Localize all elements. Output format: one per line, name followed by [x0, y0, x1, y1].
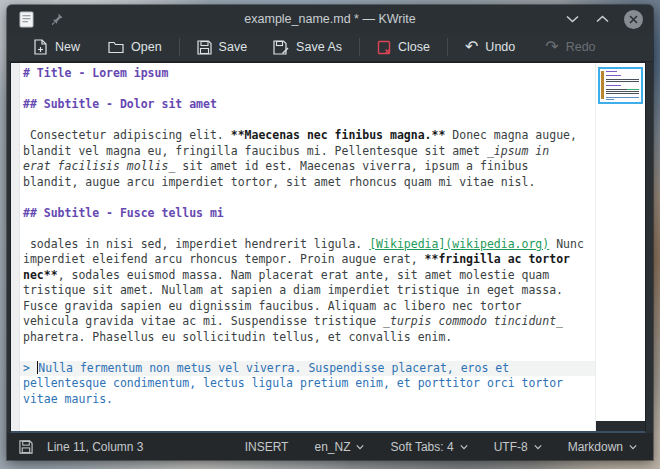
document-new-icon — [33, 39, 48, 55]
save-button-label: Save — [219, 40, 248, 54]
open-button[interactable]: Open — [100, 37, 170, 57]
kwrite-window: example_name.md * — KWrite — [7, 5, 653, 460]
editor-line[interactable] — [20, 345, 595, 361]
minimap-line — [606, 99, 639, 100]
save-as-button[interactable]: Save As — [265, 37, 350, 58]
tab-settings-selector[interactable]: Soft Tabs: 4 — [390, 440, 467, 454]
text-segment: , sodales euismod massa. Nam placerat er… — [58, 268, 550, 282]
editor-line[interactable] — [20, 221, 595, 237]
encoding-label: UTF-8 — [494, 440, 528, 454]
save-icon — [197, 40, 212, 55]
scrollbar-minimap-track[interactable] — [595, 63, 645, 431]
tab-settings-label: Soft Tabs: 4 — [390, 440, 453, 454]
undo-button[interactable]: ↶ Undo — [457, 37, 523, 57]
editor-line[interactable]: Consectetur adipiscing elit. **Maecenas … — [20, 128, 595, 144]
text-area[interactable]: # Title - Lorem ipsum## Subtitle - Dolor… — [20, 63, 595, 431]
text-segment: pellentesque condimentum, lectus ligula … — [23, 376, 563, 390]
close-document-icon — [377, 40, 391, 55]
editor-line[interactable]: imperdiet eleifend arcu rhoncus tempor. … — [20, 252, 595, 268]
text-segment: [Wikipedia](wikipedia.org) — [369, 237, 549, 251]
minimize-button[interactable] — [564, 11, 580, 27]
text-segment: erat facilisis mollis_ — [23, 159, 175, 173]
new-button[interactable]: New — [25, 36, 88, 58]
editor-line[interactable]: ## Subtitle - Fusce tellus mi — [20, 206, 595, 222]
text-segment: Fusce gravida sapien eu dignissim faucib… — [23, 299, 522, 313]
editor-line[interactable] — [20, 190, 595, 206]
redo-button-label: Redo — [566, 40, 596, 54]
editor-line[interactable]: sodales in nisi sed, imperdiet hendrerit… — [20, 237, 595, 253]
document-icon — [19, 11, 34, 28]
text-segment: Donec magna augue, — [445, 128, 577, 142]
editor-line[interactable]: nec**, sodales euismod massa. Nam placer… — [20, 268, 595, 284]
redo-icon: ↷ — [545, 40, 558, 54]
editor-line[interactable]: tristique sit amet. Nullam at sapien a d… — [20, 283, 595, 299]
editor-lines: # Title - Lorem ipsum## Subtitle - Dolor… — [20, 66, 595, 407]
close-window-button[interactable] — [624, 10, 643, 29]
statusbar: Line 11, Column 3 INSERT en_NZ Soft Tabs… — [7, 433, 653, 460]
input-mode[interactable]: INSERT — [245, 440, 289, 454]
text-segment: ## Subtitle - Fusce tellus mi — [23, 206, 224, 220]
text-segment: Nulla fermentum non metus vel viverra. S… — [38, 361, 509, 375]
text-segment: Consectetur adipiscing elit. — [23, 128, 231, 142]
undo-icon: ↶ — [465, 40, 478, 54]
text-segment: _ipsum in — [487, 144, 549, 158]
editor-line[interactable]: blandit vel magna eu, fringilla faucibus… — [20, 144, 595, 160]
editor-line[interactable]: ## Subtitle - Dolor sit amet — [20, 97, 595, 113]
save-as-icon — [273, 40, 289, 55]
dictionary-label: en_NZ — [314, 440, 350, 454]
minimap-rows — [606, 71, 639, 100]
text-segment: ## Subtitle - Dolor sit amet — [23, 97, 217, 111]
window-title: example_name.md * — KWrite — [7, 12, 653, 26]
icon-border-gutter[interactable] — [11, 63, 20, 431]
editor-line[interactable]: erat facilisis mollis_ sit amet id est. … — [20, 159, 595, 175]
cursor-position[interactable]: Line 11, Column 3 — [47, 440, 144, 454]
undo-button-label: Undo — [485, 40, 515, 54]
editor-line[interactable]: vehicula gravida vitae ac mi. Suspendiss… — [20, 314, 595, 330]
chevron-down-icon — [534, 443, 542, 451]
editor-line[interactable]: vitae mauris. — [20, 392, 595, 408]
text-segment: blandit vel magna eu, fringilla faucibus… — [23, 144, 487, 158]
save-as-button-label: Save As — [296, 40, 342, 54]
encoding-selector[interactable]: UTF-8 — [494, 440, 542, 454]
text-segment: pharetra. Phasellus eu sollicitudin tell… — [23, 330, 452, 344]
text-segment: **Maecenas nec finibus magna.** — [231, 128, 446, 142]
close-document-button-label: Close — [398, 40, 430, 54]
scrollbar-bottom-corner — [596, 421, 645, 431]
editor-line[interactable]: # Title - Lorem ipsum — [20, 66, 595, 82]
filetype-selector[interactable]: Markdown — [568, 440, 637, 454]
minimap-line — [606, 93, 639, 94]
chevron-down-icon — [629, 443, 637, 451]
chevron-down-icon — [356, 443, 364, 451]
minimap-visible-region[interactable] — [598, 67, 643, 104]
redo-button[interactable]: ↷ Redo — [537, 37, 603, 57]
dictionary-selector[interactable]: en_NZ — [314, 440, 364, 454]
open-button-label: Open — [131, 40, 162, 54]
editor-line[interactable] — [20, 113, 595, 129]
save-button[interactable]: Save — [189, 37, 256, 58]
editor-line[interactable]: pharetra. Phasellus eu sollicitudin tell… — [20, 330, 595, 346]
modified-lines-marker — [601, 71, 604, 99]
editor-line[interactable] — [20, 82, 595, 98]
folder-open-icon — [108, 40, 124, 54]
text-segment: vehicula gravida vitae ac mi. Suspendiss… — [23, 314, 383, 328]
text-segment: blandit, augue arcu imperdiet tortor, si… — [23, 175, 535, 189]
titlebar[interactable]: example_name.md * — KWrite — [7, 5, 653, 33]
text-segment: sodales in nisi sed, imperdiet hendrerit… — [23, 237, 369, 251]
editor-line[interactable]: blandit, augue arcu imperdiet tortor, si… — [20, 175, 595, 191]
toolbar-separator — [447, 38, 448, 56]
new-button-label: New — [55, 40, 80, 54]
editor-line[interactable]: pellentesque condimentum, lectus ligula … — [20, 376, 595, 392]
close-document-button[interactable]: Close — [369, 37, 438, 58]
filetype-label: Markdown — [568, 440, 623, 454]
editor-line[interactable]: Fusce gravida sapien eu dignissim faucib… — [20, 299, 595, 315]
minimap-line — [606, 81, 639, 82]
pin-icon[interactable] — [50, 12, 64, 26]
text-segment: tristique sit amet. Nullam at sapien a d… — [23, 283, 563, 297]
text-segment: imperdiet eleifend arcu rhoncus tempor. … — [23, 252, 425, 266]
save-status-icon[interactable] — [19, 440, 33, 454]
chevron-down-icon — [460, 443, 468, 451]
maximize-button[interactable] — [594, 11, 610, 27]
text-segment: sit amet id est. Maecenas viverra, ipsum… — [175, 159, 528, 173]
editor-line[interactable]: > Nulla fermentum non metus vel viverra.… — [20, 361, 595, 377]
text-segment: **fringilla ac tortor — [425, 252, 570, 266]
